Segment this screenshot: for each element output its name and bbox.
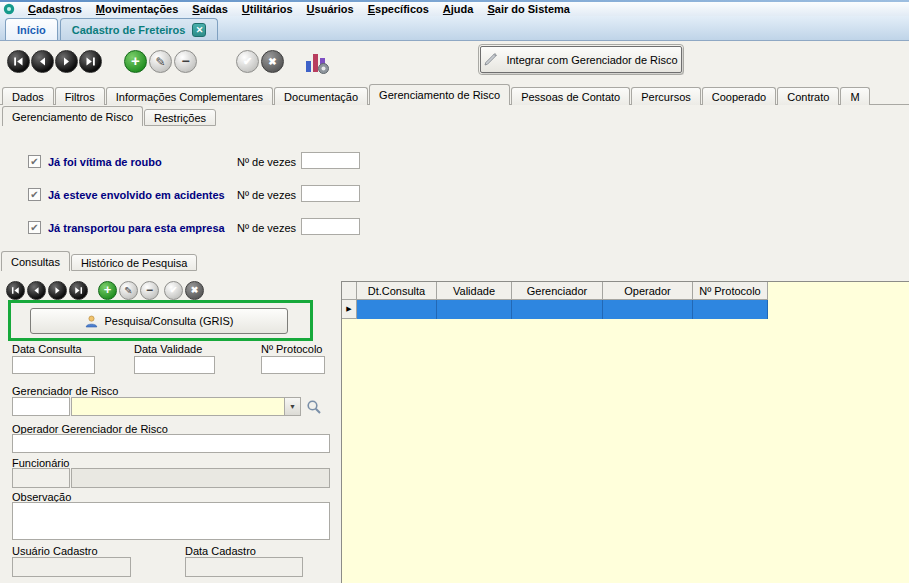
grid-cell[interactable]: [357, 300, 437, 319]
funcionario-nome-input[interactable]: [71, 468, 330, 488]
data-consulta-input[interactable]: [12, 356, 95, 374]
minus-icon: −: [181, 54, 189, 68]
grid-cell[interactable]: [693, 300, 768, 319]
nav-next-button[interactable]: [55, 50, 78, 73]
data-consulta-label: Data Consulta: [12, 343, 82, 355]
tab-contrato[interactable]: Contrato: [777, 87, 839, 105]
cancel-button[interactable]: ✖: [261, 50, 284, 73]
protocolo-input[interactable]: [261, 356, 325, 374]
operador-input[interactable]: [12, 434, 330, 453]
consulta-nav-prev-button[interactable]: [27, 281, 46, 300]
consulta-nav-next-button[interactable]: [48, 281, 67, 300]
plus-icon: +: [131, 53, 140, 68]
checkbox-vitima-roubo-label: Já foi vítima de roubo: [48, 156, 162, 168]
integrate-risk-manager-label: Integrar com Gerenciador de Risco: [506, 54, 677, 66]
grid-col-operador[interactable]: Operador: [603, 282, 693, 300]
check-row-acidentes: ✔ Já esteve envolvido em acidentes: [28, 186, 225, 203]
tab-filtros[interactable]: Filtros: [55, 87, 105, 105]
data-cadastro-input[interactable]: [185, 557, 303, 577]
grid-col-dt-consulta[interactable]: Dt.Consulta: [357, 282, 437, 300]
check-icon: ✔: [30, 190, 38, 200]
tab-documentacao[interactable]: Documentação: [274, 87, 368, 105]
nav-prev-icon: [32, 286, 41, 295]
check-row-transportou: ✔ Já transportou para esta empresa: [28, 219, 225, 236]
consulta-nav-last-button[interactable]: [69, 281, 88, 300]
consulta-edit-button[interactable]: ✎: [119, 281, 138, 300]
tab-pessoas-de-contato[interactable]: Pessoas de Contato: [511, 87, 630, 105]
times-label-1: Nº de vezes: [237, 156, 296, 168]
grid-selector-header: [342, 282, 357, 300]
consulta-delete-button[interactable]: −: [140, 281, 159, 300]
menu-especificos[interactable]: Específicos: [361, 2, 436, 16]
tab-cooperado[interactable]: Cooperado: [702, 87, 776, 105]
subtab-gerenciamento-de-risco[interactable]: Gerenciamento de Risco: [2, 106, 143, 126]
chart-report-button[interactable]: [302, 47, 332, 77]
pesquisa-consulta-gris-button[interactable]: Pesquisa/Consulta (GRIS): [30, 308, 288, 334]
add-record-button[interactable]: +: [124, 50, 147, 73]
gerenciador-combo-value: [72, 398, 284, 415]
menu-usuarios[interactable]: Usuários: [300, 2, 361, 16]
search-lookup-button[interactable]: [305, 398, 323, 416]
grid-col-gerenciador[interactable]: Gerenciador: [512, 282, 603, 300]
menu-sair-do-sistema[interactable]: Sair do Sistema: [480, 2, 577, 16]
tab-gerenciamento-de-risco[interactable]: Gerenciamento de Risco: [369, 84, 510, 105]
times-input-1[interactable]: [301, 152, 360, 169]
data-validade-input[interactable]: [134, 356, 215, 374]
menu-movimentacoes[interactable]: Movimentações: [89, 2, 186, 16]
usuario-cadastro-input[interactable]: [12, 557, 131, 577]
tab-percursos[interactable]: Percursos: [631, 87, 701, 105]
tab-informacoes-complementares[interactable]: Informações Complementares: [106, 87, 273, 105]
checkbox-transportou-empresa-label: Já transportou para esta empresa: [48, 222, 225, 234]
plus-icon: +: [104, 283, 112, 296]
checkbox-vitima-roubo[interactable]: ✔: [28, 155, 41, 168]
gerenciador-codigo-input[interactable]: [12, 397, 70, 416]
tab-inicio[interactable]: Início: [5, 18, 58, 40]
tab-cadastro-freteiros[interactable]: Cadastro de Freteiros ✕: [60, 18, 219, 40]
tab-inicio-label: Início: [17, 24, 46, 36]
menu-saidas[interactable]: Saídas: [185, 2, 234, 16]
nav-last-button[interactable]: [79, 50, 102, 73]
tab-historico-pesquisa[interactable]: Histórico de Pesquisa: [71, 254, 197, 271]
nav-next-icon: [53, 286, 62, 295]
nav-next-icon: [61, 56, 72, 67]
times-input-2[interactable]: [301, 185, 360, 202]
delete-record-button[interactable]: −: [174, 50, 197, 73]
consulta-add-button[interactable]: +: [98, 281, 117, 300]
checkbox-envolvido-acidentes[interactable]: ✔: [28, 188, 41, 201]
integrate-risk-manager-button[interactable]: Integrar com Gerenciador de Risco: [480, 46, 682, 73]
grid-col-protocolo[interactable]: Nº Protocolo: [693, 282, 768, 300]
menu-cadastros[interactable]: Cadastros: [21, 2, 89, 16]
consultas-grid: Dt.Consulta Validade Gerenciador Operado…: [341, 281, 909, 583]
tab-consultas[interactable]: Consultas: [1, 251, 70, 271]
grid-cell[interactable]: [603, 300, 693, 319]
nav-last-icon: [85, 56, 96, 67]
chevron-down-icon[interactable]: ▼: [284, 398, 300, 415]
grid-cell[interactable]: [437, 300, 512, 319]
grid-col-validade[interactable]: Validade: [437, 282, 512, 300]
risk-sub-tabs: Gerenciamento de Risco Restrições: [2, 106, 217, 126]
close-tab-icon[interactable]: ✕: [192, 23, 206, 37]
nav-prev-button[interactable]: [31, 50, 54, 73]
minus-icon: −: [146, 284, 153, 296]
grid-selected-row[interactable]: ▶: [342, 300, 909, 319]
tab-dados[interactable]: Dados: [2, 87, 54, 105]
checkbox-envolvido-acidentes-label: Já esteve envolvido em acidentes: [48, 189, 225, 201]
times-input-3[interactable]: [301, 218, 360, 235]
consulta-cancel-button[interactable]: ✖: [185, 281, 204, 300]
tab-m-cutoff[interactable]: M: [840, 87, 869, 105]
nav-first-button[interactable]: [7, 50, 30, 73]
menu-utilitarios[interactable]: Utilitários: [235, 2, 300, 16]
observacao-input[interactable]: [12, 502, 330, 540]
grid-cell[interactable]: [512, 300, 603, 319]
gerenciador-combo[interactable]: ▼: [71, 397, 301, 416]
data-validade-label: Data Validade: [134, 343, 202, 355]
edit-record-button[interactable]: ✎: [149, 50, 172, 73]
consulta-confirm-button[interactable]: ✔: [164, 281, 183, 300]
consulta-nav-first-button[interactable]: [6, 281, 25, 300]
consult-tabs: Consultas Histórico de Pesquisa: [1, 251, 198, 271]
confirm-button[interactable]: ✔: [236, 50, 259, 73]
funcionario-codigo-input[interactable]: [12, 468, 70, 488]
menu-ajuda[interactable]: Ajuda: [436, 2, 481, 16]
subtab-restricoes[interactable]: Restrições: [144, 109, 216, 126]
checkbox-transportou-empresa[interactable]: ✔: [28, 221, 41, 234]
